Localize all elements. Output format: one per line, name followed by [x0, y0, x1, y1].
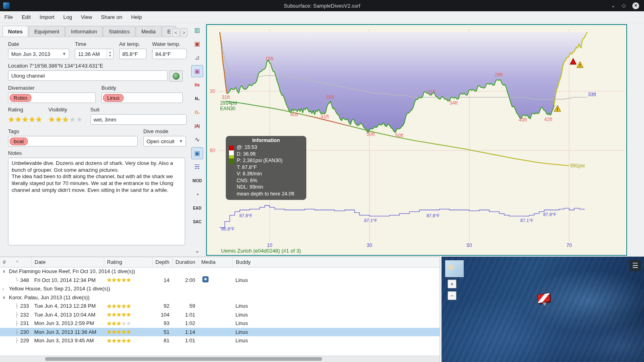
column-media[interactable]: Media [198, 257, 233, 267]
tooltip-row: @: 15:53 [226, 144, 306, 151]
tab-notes[interactable]: Notes [2, 26, 28, 37]
column-buddy[interactable]: Buddy [233, 257, 440, 267]
column-number[interactable]: # ^ [0, 257, 31, 267]
dive-rating: ★★★★★ [104, 277, 152, 283]
dive-row-231[interactable]: ├231Mon Jun 3, 2013 2:59 PM★★★★★931:02Li… [0, 319, 440, 328]
mod-toggle-icon[interactable]: MOD [191, 175, 203, 187]
tab-scroll-left-icon[interactable]: < [172, 28, 180, 37]
dive-duration: 1:01 [172, 312, 198, 318]
spinner-arrows-icon[interactable]: ▲▼ [107, 49, 111, 59]
shade-window-button[interactable]: ⌄ [611, 2, 615, 9]
tab-scroll-right-icon[interactable]: > [180, 28, 188, 37]
close-window-button[interactable]: ✕ [632, 2, 639, 9]
ead-toggle-icon[interactable]: EAD [191, 202, 203, 214]
notes-textarea[interactable]: Unbelievable dive. Dozens and dozens of … [8, 158, 185, 245]
tree-branch-icon: └ [15, 277, 19, 283]
menu-help[interactable]: Help [127, 13, 147, 21]
ceiling-toggle-icon[interactable]: ☵ [191, 161, 203, 173]
dive-row-230[interactable]: ├230Mon Jun 3, 2013 11:36 AM★★★★★511:14L… [0, 328, 440, 337]
dive-mode-select[interactable]: Open circuit ▼ [143, 136, 186, 146]
heart-rate-toggle-icon[interactable]: ∿ [191, 134, 203, 146]
tree-branch-icon: ├ [15, 312, 19, 318]
menu-log[interactable]: Log [59, 13, 76, 21]
dive-date: Tue Jun 4, 2013 12:28 PM [31, 303, 104, 309]
picture-frame-toggle-icon[interactable]: ▣ [191, 38, 203, 50]
dive-row-233[interactable]: ├233Tue Jun 4, 2013 12:28 PM★★★★★9259Lin… [0, 302, 440, 311]
caret-collapsed-icon[interactable]: › [2, 286, 6, 291]
svg-text:50ft: 50ft [395, 133, 404, 138]
map-bathymetry-texture [442, 257, 644, 362]
chevron-down-icon: ▼ [60, 52, 66, 56]
svg-text:28ft: 28ft [495, 72, 503, 78]
collapse-toolbar-chevron-icon[interactable]: ⌄ [191, 246, 203, 255]
dive-site-map[interactable]: + − ☰ [442, 257, 644, 362]
tab-statistics[interactable]: Statistics [103, 26, 135, 37]
tab-media[interactable]: Media [136, 26, 161, 37]
sac-toggle-icon[interactable]: SAC [191, 216, 203, 228]
media-overlay-toggle-icon[interactable]: ▣ [191, 65, 203, 77]
time-spinner[interactable]: 11:36 AM ▲▼ [75, 49, 114, 59]
globe-button[interactable] [169, 70, 183, 82]
horizontal-scrollbar[interactable] [0, 356, 440, 362]
dive-buddy: Linus [233, 312, 440, 318]
ruler-toggle-icon[interactable]: ⊿ [191, 51, 203, 64]
dive-row-229[interactable]: ├229Mon Jun 3, 2013 9:45 AM★★★★★811:01Li… [0, 336, 440, 345]
trip-title: Divi Flamingo House Reef, Fri Oct 10, 20… [9, 268, 135, 274]
dive-list-rows: ∨Divi Flamingo House Reef, Fri Oct 10, 2… [0, 267, 440, 356]
svg-text:591psi: 591psi [570, 163, 584, 169]
buddy-tag[interactable]: Linus [103, 94, 124, 102]
caret-expanded-icon[interactable]: ∨ [2, 295, 6, 300]
tab-information[interactable]: Information [65, 26, 103, 37]
menu-file[interactable]: File [0, 13, 17, 21]
trip-row[interactable]: ›Yellow House, Sun Sep 21, 2014 (1 dive(… [0, 284, 440, 293]
trip-row[interactable]: ∨Divi Flamingo House Reef, Fri Oct 10, 2… [0, 267, 440, 276]
suit-field[interactable]: wet, 3mm [91, 114, 187, 125]
rating-stars[interactable]: ★★★★★ [8, 114, 43, 125]
menu-import[interactable]: Import [35, 13, 59, 21]
tags-field[interactable]: boat [8, 136, 138, 146]
visibility-stars[interactable]: ★★★★★ [48, 114, 85, 125]
dive-depth: 51 [152, 329, 172, 335]
location-input[interactable]: Ulong channel [8, 70, 167, 81]
tooltip-row: mean depth to here 24.0ft [226, 191, 306, 197]
profile-information-tooltip: Information @: 15:53D: 36.9ftP: 2,381psi… [226, 136, 306, 200]
dive-number: 233 [20, 303, 29, 309]
dive-date: Mon Jun 3, 2013 2:59 PM [31, 320, 104, 326]
overview-mini-map[interactable] [445, 260, 464, 277]
divemaster-label: Divemaster [8, 85, 96, 91]
tag-boat[interactable]: boat [10, 138, 28, 145]
column-depth[interactable]: Depth [152, 257, 172, 267]
menu-share-on[interactable]: Share on [97, 13, 127, 21]
dive-row-232[interactable]: ├232Tue Jun 4, 2013 10:04 AM★★★★★1041:01… [0, 311, 440, 319]
map-zoom-in-button[interactable]: + [448, 280, 456, 288]
ndl-toggle-icon[interactable]: ◔ [191, 188, 203, 200]
date-combobox[interactable]: Mon Jun 3, 2013 ▼ [8, 49, 69, 59]
air-temp-field[interactable]: 85.8°F [119, 49, 147, 59]
divemaster-field[interactable]: Robin [8, 93, 96, 103]
column-rating[interactable]: Rating [104, 257, 152, 267]
trip-row[interactable]: ∨Koror, Palau, Jun 2013 (11 dive(s)) [0, 293, 440, 302]
map-menu-button[interactable]: ☰ [630, 260, 641, 271]
oxygen-graph-toggle-icon[interactable]: O₂ [191, 106, 203, 118]
menu-edit[interactable]: Edit [17, 13, 35, 21]
divemaster-tag[interactable]: Robin [10, 94, 31, 102]
dive-flag-marker[interactable] [537, 294, 551, 304]
caret-expanded-icon[interactable]: ∨ [2, 269, 6, 274]
dive-row-348[interactable]: └348Fri Oct 10, 2014 12:34 PM★★★★★142:00… [0, 276, 440, 285]
trip-title: Yellow House, Sun Sep 21, 2014 (1 dive(s… [9, 286, 110, 292]
map-zoom-out-button[interactable]: − [448, 291, 456, 300]
water-temp-field[interactable]: 84.8°F [152, 49, 187, 59]
helium-graph-toggle-icon[interactable]: He [191, 79, 203, 91]
column-duration[interactable]: Duration [172, 257, 198, 267]
menu-view[interactable]: View [76, 13, 97, 21]
dive-computer-toggle-icon[interactable]: ▥ [191, 24, 203, 36]
scrollbar-thumb[interactable] [45, 357, 322, 361]
maximize-window-button[interactable]: ◇ [622, 2, 626, 9]
dive-buddy: Linus [233, 277, 440, 283]
air-toggle-icon[interactable]: |A| [191, 120, 203, 132]
nitrogen-graph-toggle-icon[interactable]: N₂ [191, 93, 203, 105]
column-date[interactable]: Date [31, 257, 104, 267]
buddy-field[interactable]: Linus [101, 93, 183, 103]
photos-toggle-icon[interactable]: ▣ [191, 147, 203, 159]
tab-equipment[interactable]: Equipment [29, 26, 65, 37]
